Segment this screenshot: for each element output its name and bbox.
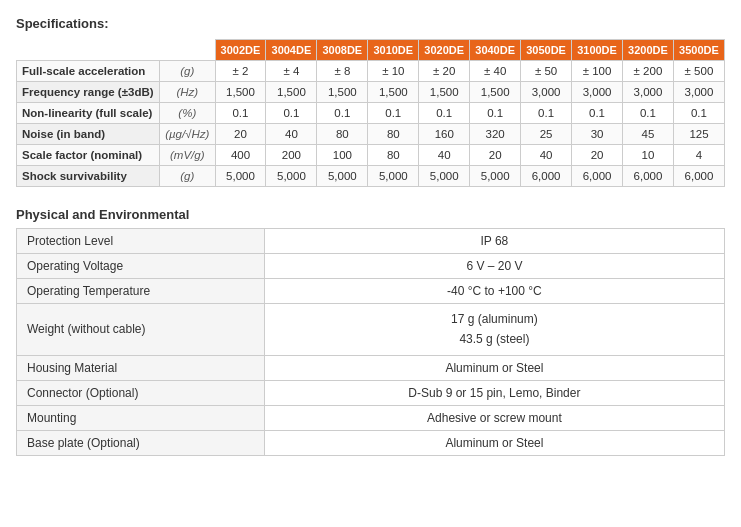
- spec-cell-5-2: 5,000: [317, 166, 368, 187]
- phys-row-label-1: Operating Voltage: [17, 254, 265, 279]
- phys-row-label-0: Protection Level: [17, 229, 265, 254]
- spec-row-0: Full-scale acceleration(g)± 2± 4± 8± 10±…: [17, 61, 725, 82]
- spec-cell-4-3: 80: [368, 145, 419, 166]
- phys-row-value-7: Aluminum or Steel: [264, 430, 724, 455]
- spec-cell-2-0: 0.1: [215, 103, 266, 124]
- spec-col-header-empty: [17, 40, 216, 61]
- phys-row-7: Base plate (Optional)Aluminum or Steel: [17, 430, 725, 455]
- spec-col-header-5: 3010DE: [368, 40, 419, 61]
- spec-col-header-3: 3004DE: [266, 40, 317, 61]
- spec-title: Specifications:: [16, 16, 725, 31]
- phys-table: Protection LevelIP 68Operating Voltage6 …: [16, 228, 725, 456]
- spec-col-header-10: 3200DE: [623, 40, 674, 61]
- phys-row-value-5: D-Sub 9 or 15 pin, Lemo, Binder: [264, 380, 724, 405]
- page-container: Specifications: 3002DE3004DE3008DE3010DE…: [16, 16, 725, 456]
- spec-row-unit-4: (mV/g): [160, 145, 215, 166]
- spec-cell-2-9: 0.1: [673, 103, 724, 124]
- spec-cell-5-8: 6,000: [623, 166, 674, 187]
- spec-header-row: 3002DE3004DE3008DE3010DE3020DE3040DE3050…: [17, 40, 725, 61]
- spec-cell-2-3: 0.1: [368, 103, 419, 124]
- spec-row-1: Frequency range (±3dB)(Hz)1,5001,5001,50…: [17, 82, 725, 103]
- spec-cell-2-5: 0.1: [470, 103, 521, 124]
- phys-row-1: Operating Voltage6 V – 20 V: [17, 254, 725, 279]
- spec-cell-4-5: 20: [470, 145, 521, 166]
- phys-title: Physical and Environmental: [16, 207, 725, 222]
- spec-cell-4-8: 10: [623, 145, 674, 166]
- spec-cell-3-5: 320: [470, 124, 521, 145]
- phys-row-value-4: Aluminum or Steel: [264, 355, 724, 380]
- spec-cell-3-9: 125: [673, 124, 724, 145]
- spec-row-4: Scale factor (nominal)(mV/g)400200100804…: [17, 145, 725, 166]
- spec-cell-5-5: 5,000: [470, 166, 521, 187]
- phys-row-0: Protection LevelIP 68: [17, 229, 725, 254]
- spec-cell-0-9: ± 500: [673, 61, 724, 82]
- spec-row-label-0: Full-scale acceleration: [17, 61, 160, 82]
- spec-cell-2-1: 0.1: [266, 103, 317, 124]
- spec-row-unit-3: (µg/√Hz): [160, 124, 215, 145]
- spec-col-header-4: 3008DE: [317, 40, 368, 61]
- spec-row-3: Noise (in band)(µg/√Hz)20408080160320253…: [17, 124, 725, 145]
- spec-cell-3-4: 160: [419, 124, 470, 145]
- spec-cell-0-0: ± 2: [215, 61, 266, 82]
- phys-row-label-2: Operating Temperature: [17, 279, 265, 304]
- phys-row-5: Connector (Optional)D-Sub 9 or 15 pin, L…: [17, 380, 725, 405]
- phys-row-value-1: 6 V – 20 V: [264, 254, 724, 279]
- spec-row-label-3: Noise (in band): [17, 124, 160, 145]
- spec-cell-5-6: 6,000: [521, 166, 572, 187]
- phys-row-2: Operating Temperature-40 °C to +100 °C: [17, 279, 725, 304]
- spec-row-label-4: Scale factor (nominal): [17, 145, 160, 166]
- spec-row-unit-5: (g): [160, 166, 215, 187]
- spec-row-label-5: Shock survivability: [17, 166, 160, 187]
- spec-cell-3-7: 30: [572, 124, 623, 145]
- phys-body: Protection LevelIP 68Operating Voltage6 …: [17, 229, 725, 456]
- spec-cell-1-7: 3,000: [572, 82, 623, 103]
- spec-row-2: Non-linearity (full scale)(%)0.10.10.10.…: [17, 103, 725, 124]
- spec-cell-1-5: 1,500: [470, 82, 521, 103]
- spec-row-unit-1: (Hz): [160, 82, 215, 103]
- spec-cell-1-6: 3,000: [521, 82, 572, 103]
- spec-cell-5-3: 5,000: [368, 166, 419, 187]
- spec-cell-2-2: 0.1: [317, 103, 368, 124]
- spec-cell-1-3: 1,500: [368, 82, 419, 103]
- spec-cell-5-0: 5,000: [215, 166, 266, 187]
- spec-cell-1-9: 3,000: [673, 82, 724, 103]
- spec-cell-0-3: ± 10: [368, 61, 419, 82]
- spec-cell-1-1: 1,500: [266, 82, 317, 103]
- spec-cell-3-2: 80: [317, 124, 368, 145]
- spec-cell-4-7: 20: [572, 145, 623, 166]
- spec-col-header-9: 3100DE: [572, 40, 623, 61]
- spec-cell-4-1: 200: [266, 145, 317, 166]
- spec-cell-5-4: 5,000: [419, 166, 470, 187]
- spec-cell-4-6: 40: [521, 145, 572, 166]
- phys-section: Physical and Environmental Protection Le…: [16, 207, 725, 456]
- spec-cell-1-2: 1,500: [317, 82, 368, 103]
- spec-cell-0-6: ± 50: [521, 61, 572, 82]
- phys-row-label-7: Base plate (Optional): [17, 430, 265, 455]
- spec-cell-0-7: ± 100: [572, 61, 623, 82]
- phys-row-value-2: -40 °C to +100 °C: [264, 279, 724, 304]
- spec-cell-3-3: 80: [368, 124, 419, 145]
- spec-col-header-2: 3002DE: [215, 40, 266, 61]
- spec-cell-3-8: 45: [623, 124, 674, 145]
- spec-col-header-6: 3020DE: [419, 40, 470, 61]
- spec-cell-2-7: 0.1: [572, 103, 623, 124]
- spec-row-unit-0: (g): [160, 61, 215, 82]
- phys-row-3: Weight (without cable)17 g (aluminum)43.…: [17, 304, 725, 356]
- spec-row-label-1: Frequency range (±3dB): [17, 82, 160, 103]
- spec-row-label-2: Non-linearity (full scale): [17, 103, 160, 124]
- spec-cell-3-0: 20: [215, 124, 266, 145]
- spec-cell-4-2: 100: [317, 145, 368, 166]
- spec-cell-2-6: 0.1: [521, 103, 572, 124]
- spec-body: Full-scale acceleration(g)± 2± 4± 8± 10±…: [17, 61, 725, 187]
- spec-section: Specifications: 3002DE3004DE3008DE3010DE…: [16, 16, 725, 187]
- spec-col-header-11: 3500DE: [673, 40, 724, 61]
- spec-cell-2-8: 0.1: [623, 103, 674, 124]
- phys-row-label-6: Mounting: [17, 405, 265, 430]
- phys-row-label-4: Housing Material: [17, 355, 265, 380]
- phys-row-value-3: 17 g (aluminum)43.5 g (steel): [264, 304, 724, 356]
- phys-row-value-0: IP 68: [264, 229, 724, 254]
- spec-cell-0-2: ± 8: [317, 61, 368, 82]
- spec-cell-0-1: ± 4: [266, 61, 317, 82]
- spec-cell-3-1: 40: [266, 124, 317, 145]
- spec-cell-0-5: ± 40: [470, 61, 521, 82]
